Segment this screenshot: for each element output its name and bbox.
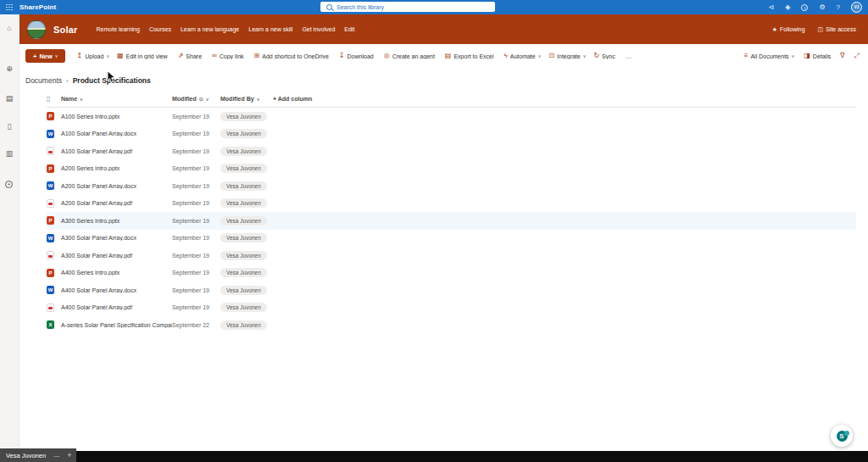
table-row[interactable]: A300 Solar Panel Array.pdf September 19 … — [47, 247, 856, 264]
site-title[interactable]: Solar — [53, 25, 78, 35]
site-logo[interactable] — [27, 20, 46, 39]
home-icon[interactable]: ⌂ — [0, 25, 19, 32]
command-bar-item[interactable]: ⊡ Integrate ∨ — [548, 53, 586, 59]
command-bar-item[interactable]: ↥ Upload ∨ — [76, 53, 109, 59]
chevron-down-icon: ∨ — [538, 53, 542, 58]
command-bar-item[interactable]: ◎ Create an agent — [384, 53, 437, 59]
search-input[interactable]: Search this library — [320, 2, 495, 12]
file-name[interactable]: A300 Solar Panel Array.docx — [61, 235, 172, 241]
file-name[interactable]: A100 Solar Panel Array.pdf — [61, 148, 172, 154]
site-nav-item[interactable]: Courses — [149, 26, 171, 32]
table-row[interactable]: P A300 Series Intro.pptx September 19 Ve… — [47, 212, 856, 230]
expand-icon[interactable]: ⤢ — [854, 53, 860, 59]
modified-by-pill[interactable]: Vesa Juvonen — [220, 147, 267, 156]
files-icon[interactable]: ▯ — [0, 123, 19, 131]
modified-by-pill[interactable]: Vesa Juvonen — [220, 164, 267, 173]
modified-date: September 19 — [172, 165, 220, 171]
modified-by-pill[interactable]: Vesa Juvonen — [220, 181, 267, 191]
file-name[interactable]: A200 Solar Panel Array.docx — [61, 183, 172, 189]
modified-by-pill[interactable]: Vesa Juvonen — [220, 233, 267, 242]
file-name[interactable]: A200 Series Intro.pptx — [61, 165, 172, 171]
view-selector[interactable]: ≡ All Documents ∨ — [744, 53, 794, 59]
create-icon[interactable]: + — [5, 181, 13, 188]
table-row[interactable]: A400 Solar Panel Array.pdf September 19 … — [47, 299, 856, 317]
file-name[interactable]: A400 Series Intro.pptx — [61, 270, 172, 276]
modified-by-pill[interactable]: Vesa Juvonen — [220, 286, 267, 295]
lists-icon[interactable]: ▥ — [0, 150, 19, 158]
command-bar-item[interactable]: ∞ Copy link — [212, 53, 247, 59]
info-icon[interactable]: i — [801, 4, 808, 11]
help-icon[interactable]: ? — [837, 4, 840, 11]
news-icon[interactable]: ▤ — [0, 95, 19, 103]
modified-by-pill[interactable]: Vesa Juvonen — [220, 129, 267, 138]
file-name[interactable]: A100 Solar Panel Array.docx — [61, 131, 172, 136]
more-commands-icon[interactable]: … — [626, 53, 632, 60]
modified-by-pill[interactable]: Vesa Juvonen — [220, 303, 267, 312]
column-header-modified-by[interactable]: Modified By ∨ — [220, 96, 273, 102]
column-header-modified[interactable]: Modified ⊙ ∨ — [172, 96, 220, 102]
add-column-button[interactable]: + Add column — [273, 96, 856, 102]
modified-by-pill[interactable]: Vesa Juvonen — [220, 320, 267, 330]
modified-by-pill[interactable]: Vesa Juvonen — [220, 112, 267, 121]
filter-icon[interactable]: ∇ — [840, 53, 844, 59]
command-bar-item[interactable]: ↻ Sync — [593, 53, 617, 59]
modified-by-pill[interactable]: Vesa Juvonen — [220, 251, 267, 260]
modified-by-pill[interactable]: Vesa Juvonen — [220, 216, 267, 225]
table-row[interactable]: P A100 Series Intro.pptx September 19 Ve… — [47, 108, 856, 125]
modified-by-pill[interactable]: Vesa Juvonen — [220, 268, 267, 277]
waffle-icon[interactable] — [6, 4, 13, 11]
megaphone-icon[interactable]: ⊲ — [769, 4, 775, 11]
table-row[interactable]: W A200 Solar Panel Array.docx September … — [47, 177, 856, 195]
site-nav-item[interactable]: Edit — [344, 26, 354, 32]
table-row[interactable]: W A300 Solar Panel Array.docx September … — [47, 230, 856, 248]
command-bar-item[interactable]: ϟ Automate ∨ — [504, 53, 542, 59]
table-row[interactable]: P A200 Series Intro.pptx September 19 Ve… — [47, 160, 856, 178]
table-row[interactable]: W A400 Solar Panel Array.docx September … — [47, 281, 856, 299]
app-brand[interactable]: SharePoint — [19, 3, 56, 11]
sharepoint-fab-button[interactable]: S — [831, 425, 853, 447]
command-bar-item[interactable]: ↧ Download — [339, 53, 376, 59]
globe-icon[interactable]: ⊕ — [0, 65, 19, 73]
user-tab[interactable]: Vesa Juvonen — + — [0, 448, 76, 462]
command-label: Add shortcut to OneDrive — [262, 53, 329, 59]
file-type-column-icon[interactable]: ▯ — [47, 95, 61, 103]
table-row[interactable]: X A-series Solar Panel Specification Com… — [47, 316, 856, 334]
file-name[interactable]: A100 Series Intro.pptx — [61, 114, 172, 120]
file-name[interactable]: A400 Solar Panel Array.pdf — [61, 304, 172, 310]
modified-by-pill[interactable]: Vesa Juvonen — [220, 198, 267, 208]
command-label: Copy link — [220, 53, 244, 59]
table-row[interactable]: W A100 Solar Panel Array.docx September … — [47, 125, 856, 143]
new-tab-icon[interactable]: + — [67, 451, 71, 459]
dash-icon: — — [53, 453, 59, 459]
table-row[interactable]: A200 Solar Panel Array.pdf September 19 … — [47, 195, 856, 213]
file-name[interactable]: A300 Solar Panel Array.pdf — [61, 253, 172, 259]
site-nav-item[interactable]: Learn a new language — [181, 26, 239, 32]
following-button[interactable]: ★ Following — [772, 26, 805, 33]
user-avatar[interactable]: VJ — [851, 2, 862, 13]
site-nav-item[interactable]: Remote learning — [97, 26, 140, 32]
command-bar-item[interactable]: ⇗ Share — [178, 53, 204, 59]
command-bar-item[interactable]: ▦ Edit in grid view — [117, 53, 170, 59]
file-name[interactable]: A200 Solar Panel Array.pdf — [61, 200, 172, 206]
file-name[interactable]: A-series Solar Panel Specification Compa… — [61, 322, 172, 328]
new-button[interactable]: + New ∨ — [25, 49, 65, 63]
table-row[interactable]: P A400 Series Intro.pptx September 19 Ve… — [47, 264, 856, 282]
settings-gear-icon[interactable]: ⚙ — [819, 4, 825, 11]
breadcrumb-documents[interactable]: Documents — [25, 76, 62, 85]
file-name[interactable]: A400 Solar Panel Array.docx — [61, 287, 172, 293]
file-name[interactable]: A300 Series Intro.pptx — [61, 218, 172, 224]
pdf-file-icon — [47, 147, 54, 155]
command-bar-item[interactable]: ⊞ Add shortcut to OneDrive — [254, 53, 331, 59]
column-header-name[interactable]: Name ∨ — [61, 96, 172, 102]
modified-date: September 19 — [172, 304, 220, 310]
copilot-icon[interactable]: ◈ — [785, 4, 790, 11]
site-nav-item[interactable]: Learn a new skill — [248, 26, 292, 32]
modified-date: September 19 — [172, 218, 220, 224]
download-icon: ↧ — [339, 53, 345, 59]
table-row[interactable]: A100 Solar Panel Array.pdf September 19 … — [47, 142, 856, 160]
command-bar-item[interactable]: ▤ Export to Excel — [445, 53, 497, 59]
details-button[interactable]: ◨ Details — [804, 53, 831, 59]
site-nav-item[interactable]: Get involved — [302, 26, 335, 32]
site-access-button[interactable]: ◫ Site access — [818, 26, 856, 33]
modified-date: September 19 — [172, 270, 220, 276]
